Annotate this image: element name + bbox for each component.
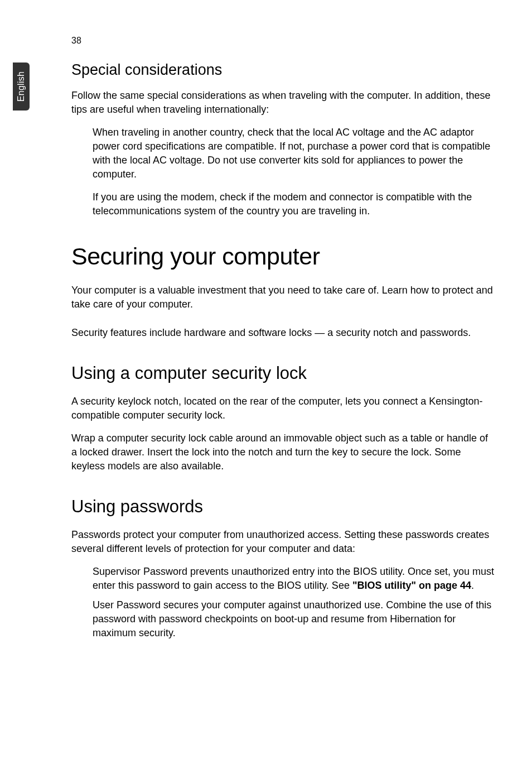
bios-utility-link[interactable]: "BIOS utility" on page 44 (352, 580, 471, 591)
passwords-bullet-2: User Password secures your computer agai… (93, 598, 495, 640)
lock-p1: A security keylock notch, located on the… (71, 395, 495, 422)
language-tab-label: English (16, 71, 26, 102)
page-number: 38 (71, 36, 81, 46)
securing-p1: Your computer is a valuable investment t… (71, 284, 495, 311)
special-bullet-2: If you are using the modem, check if the… (93, 190, 495, 218)
page-content: Special considerations Follow the same s… (71, 61, 495, 649)
special-intro: Follow the same special considerations a… (71, 89, 495, 117)
securing-p2: Security features include hardware and s… (71, 326, 495, 340)
passwords-intro: Passwords protect your computer from una… (71, 528, 495, 556)
heading-passwords: Using passwords (71, 497, 495, 517)
language-tab: English (13, 63, 30, 110)
passwords-bullet-1-post: . (471, 580, 474, 591)
passwords-bullet-1: Supervisor Password prevents unauthorize… (93, 565, 495, 593)
lock-p2: Wrap a computer security lock cable arou… (71, 431, 495, 473)
heading-special-considerations: Special considerations (71, 61, 495, 79)
special-bullet-1: When traveling in another country, check… (93, 126, 495, 181)
heading-securing: Securing your computer (71, 243, 495, 270)
heading-security-lock: Using a computer security lock (71, 363, 495, 383)
